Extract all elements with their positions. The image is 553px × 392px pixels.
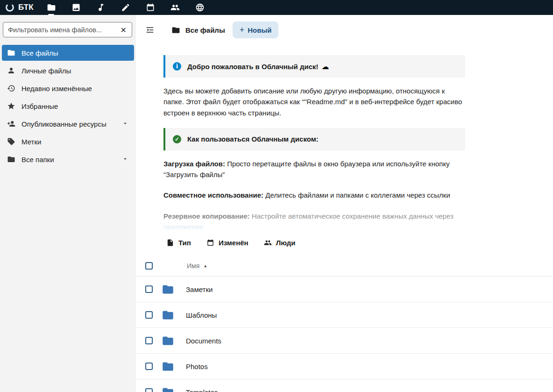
filter-type-chip[interactable]: Тип <box>166 237 191 249</box>
table-row[interactable]: Photos <box>136 354 553 379</box>
file-name: Documents <box>186 337 221 345</box>
filter-modified-chip[interactable]: Изменён <box>206 237 248 249</box>
app-external-sites[interactable] <box>194 2 206 13</box>
collapse-sidebar-icon <box>145 25 155 35</box>
readme-preview: i Добро пожаловать в Облачный диск! ☁ Зд… <box>163 55 465 232</box>
pencil-icon <box>121 3 130 12</box>
cloud-icon: ☁ <box>322 62 329 71</box>
app-switcher <box>46 2 206 13</box>
app-files[interactable] <box>46 2 57 13</box>
name-column-header: Имя <box>187 262 199 270</box>
table-row[interactable]: Шаблоны <box>136 302 553 328</box>
select-checkbox[interactable] <box>145 337 153 344</box>
sidebar-item-label: Все папки <box>21 156 54 164</box>
filter-chip-label: Изменён <box>219 239 248 247</box>
check-circle-icon: ✓ <box>173 135 181 143</box>
chevron-down-icon <box>121 120 129 128</box>
file-name: Заметки <box>186 285 213 293</box>
filter-files-input[interactable] <box>3 22 132 37</box>
sidebar-nav: Все файлы Личные файлы Недавно изменённы… <box>0 45 136 167</box>
sort-ascending-icon: ▲ <box>203 264 207 268</box>
new-button[interactable]: + Новый <box>233 21 279 38</box>
history-icon <box>7 84 15 93</box>
folder-icon <box>162 283 174 296</box>
sidebar-item-tags[interactable]: Метки <box>2 134 134 150</box>
star-icon <box>7 102 15 110</box>
sidebar-item-label: Избранные <box>21 102 58 110</box>
app-contacts[interactable] <box>170 2 181 13</box>
folder-icon <box>162 386 174 392</box>
readme-paragraph-upload: Загрузка файлов: Просто перетащите файлы… <box>163 158 465 180</box>
sidebar-item-label: Все файлы <box>21 49 58 57</box>
sidebar-item-personal-files[interactable]: Личные файлы <box>2 63 134 78</box>
folder-icon <box>171 26 180 35</box>
sidebar-item-label: Метки <box>21 138 41 146</box>
folder-icon <box>162 360 174 373</box>
sidebar-item-label: Недавно изменённые <box>21 85 92 93</box>
topbar: БТК <box>0 0 553 15</box>
plus-icon: + <box>240 26 245 34</box>
collapse-sidebar-button[interactable] <box>143 23 156 36</box>
sidebar-item-label: Личные файлы <box>21 67 71 75</box>
sidebar-item-shares[interactable]: Опубликованные ресурсы <box>2 116 134 132</box>
app-notes[interactable] <box>120 2 131 13</box>
filter-files: ✕ <box>3 22 132 37</box>
breadcrumb[interactable]: Все файлы <box>171 26 225 35</box>
folder-icon <box>47 3 56 12</box>
music-note-icon <box>96 3 106 12</box>
user-icon <box>7 66 15 75</box>
folder-icon <box>7 49 15 57</box>
sidebar-item-all-files[interactable]: Все файлы <box>2 45 134 61</box>
app-link[interactable]: приложение <box>163 223 203 231</box>
sidebar-item-label: Опубликованные ресурсы <box>21 120 106 128</box>
folder-icon <box>162 309 174 321</box>
select-checkbox[interactable] <box>145 285 153 293</box>
app-calendar[interactable] <box>145 2 156 13</box>
table-header-row: Имя ▲ <box>136 255 553 277</box>
readme-paragraph-sharing: Совместное использование: Делитесь файла… <box>163 190 465 200</box>
file-name: Шаблоны <box>186 311 217 319</box>
filter-people-chip[interactable]: Люди <box>264 237 296 249</box>
info-icon: i <box>173 62 181 71</box>
breadcrumb-label: Все файлы <box>185 26 225 34</box>
welcome-body: Здесь вы можете добавить описание или лю… <box>163 86 465 118</box>
calendar-icon <box>146 3 155 12</box>
sidebar-item-recent[interactable]: Недавно изменённые <box>2 80 134 96</box>
folder-icon <box>7 155 15 164</box>
info-callout: i Добро пожаловать в Облачный диск! ☁ <box>163 55 465 78</box>
select-checkbox[interactable] <box>145 388 153 392</box>
filter-chip-label: Люди <box>276 239 296 247</box>
main-area: Все файлы + Новый i Добро пожаловать в О… <box>136 15 553 392</box>
app-photos[interactable] <box>71 2 82 13</box>
file-name: Templates <box>186 388 218 392</box>
filter-chip-label: Тип <box>178 239 191 247</box>
calendar-icon <box>206 239 214 247</box>
table-row[interactable]: Documents <box>136 328 553 354</box>
content-area: i Добро пожаловать в Облачный диск! ☁ Зд… <box>136 41 553 392</box>
brand-name: БТК <box>18 3 34 12</box>
photos-icon <box>71 3 81 12</box>
table-row[interactable]: Templates <box>136 379 553 392</box>
sort-by-name[interactable]: Имя ▲ <box>187 262 207 270</box>
readme-paragraph-backup: Резервное копирование: Настройте автомат… <box>163 211 465 233</box>
clear-filter-button[interactable]: ✕ <box>117 23 130 36</box>
chevron-down-icon <box>121 155 129 164</box>
app-music[interactable] <box>95 2 106 13</box>
welcome-title: Добро пожаловать в Облачный диск! <box>187 63 319 71</box>
select-checkbox[interactable] <box>145 311 153 319</box>
table-row[interactable]: Заметки <box>136 277 553 302</box>
sidebar-item-favorites[interactable]: Избранные <box>2 98 134 114</box>
tag-icon <box>7 137 15 146</box>
sidebar-item-all-folders[interactable]: Все папки <box>2 151 134 167</box>
select-checkbox[interactable] <box>145 363 153 370</box>
main-header: Все файлы + Новый <box>136 15 553 41</box>
people-icon <box>170 3 180 12</box>
account-plus-icon <box>7 120 15 128</box>
new-button-label: Новый <box>248 26 271 34</box>
file-icon <box>166 239 174 247</box>
folder-icon <box>162 335 174 347</box>
howto-title: Как пользоваться Облачным диском: <box>187 135 319 143</box>
select-all-checkbox[interactable] <box>145 262 153 270</box>
people-icon <box>264 239 272 247</box>
brand-logo[interactable]: БТК <box>0 2 38 13</box>
